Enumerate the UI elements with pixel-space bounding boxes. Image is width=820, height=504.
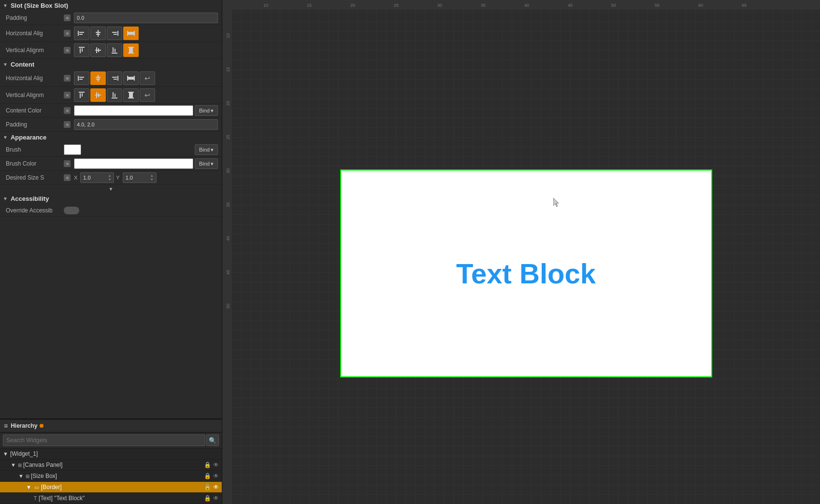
tree-item-sizebox[interactable]: ▼ ⊞ [Size Box] 🔒 👁 [0, 471, 222, 482]
content-valign-buttons: ↩ [74, 88, 155, 102]
sizebox-icons: 🔒 👁 [204, 473, 219, 479]
content-color-bind-btn[interactable]: Bind ▾ [195, 105, 218, 116]
content-valign-btn-top[interactable] [74, 88, 89, 102]
x-spin[interactable]: ▲ ▼ [108, 174, 111, 182]
tree-item-border[interactable]: ▼ ▭ [Border] 🔒 👁 [0, 482, 222, 493]
slot-padding-input[interactable] [74, 13, 218, 23]
tree-item-widget1[interactable]: ▼ [Widget_1] [0, 448, 222, 460]
content-padding-input[interactable] [74, 119, 218, 130]
canvas-panel-type-icon: ⊞ [18, 462, 22, 468]
svg-text:10: 10 [263, 3, 268, 8]
brush-color-bind-arrow: ▾ [211, 161, 214, 167]
slot-valign-label: Vertical Alignm [6, 47, 64, 54]
search-button[interactable]: 🔍 [206, 434, 219, 446]
y-value: 1.0 [126, 175, 133, 181]
brush-color-swatch[interactable] [74, 158, 193, 169]
sizebox-lock-icon[interactable]: 🔒 [204, 473, 211, 479]
svg-rect-9 [127, 31, 128, 36]
appearance-section-header[interactable]: ▼ Appearance [0, 132, 222, 143]
svg-text:65: 65 [742, 3, 747, 8]
y-input[interactable]: 1.0 ▲ ▼ [123, 172, 157, 183]
content-halign-btn-left[interactable] [74, 71, 89, 85]
tree-item-canvas-panel[interactable]: ▼ ⊞ [Canvas Panel] 🔒 👁 [0, 460, 222, 471]
brush-color-controls: ⊕ Bind ▾ [64, 158, 218, 169]
text-block-lock-icon[interactable]: 🔒 [204, 495, 211, 502]
brush-bind-btn[interactable]: Bind ▾ [195, 144, 218, 155]
x-up[interactable]: ▲ [108, 174, 111, 178]
content-padding-controls: ⊕ [64, 119, 218, 130]
svg-rect-14 [82, 48, 83, 52]
brush-color-label: Brush Color [6, 160, 64, 167]
brush-color-reset[interactable]: ⊕ [64, 160, 71, 167]
content-halign-btn-right[interactable] [107, 71, 122, 85]
slot-halign-btn-center[interactable] [90, 27, 106, 40]
content-halign-btn-fill[interactable] [123, 71, 139, 85]
sizebox-eye-icon[interactable]: 👁 [213, 473, 219, 479]
override-accessib-toggle[interactable] [64, 207, 79, 214]
brush-color-bind-btn[interactable]: Bind ▾ [195, 158, 218, 169]
content-color-bind-arrow: ▾ [211, 108, 214, 114]
content-color-swatch[interactable] [74, 105, 193, 116]
svg-rect-21 [128, 47, 134, 48]
y-down[interactable]: ▼ [150, 178, 154, 182]
content-valign-btn-bottom[interactable] [107, 88, 122, 102]
border-eye-icon[interactable]: 👁 [213, 484, 219, 490]
search-input[interactable] [3, 434, 205, 446]
text-block-eye-icon[interactable]: 👁 [213, 495, 219, 502]
content-valign-btn-fill[interactable] [123, 88, 139, 102]
ruler-left: 10 15 20 25 30 35 40 45 50 [222, 10, 232, 504]
appearance-arrow: ▼ [3, 135, 8, 140]
x-input[interactable]: 1.0 ▲ ▼ [80, 172, 114, 183]
content-valign-reset[interactable]: ⊕ [64, 92, 71, 98]
hierarchy-header: ≡ Hierarchy [0, 420, 222, 433]
content-section-header[interactable]: ▼ Content [0, 59, 222, 70]
y-up[interactable]: ▲ [150, 174, 154, 178]
svg-text:15: 15 [226, 67, 230, 72]
accessibility-section-header[interactable]: ▼ Accessibility [0, 193, 222, 204]
slot-valign-btn-fill[interactable] [123, 43, 139, 57]
content-halign-btn-center[interactable] [90, 71, 106, 85]
content-valign-btn-center[interactable] [90, 88, 106, 102]
slot-valign-btn-top[interactable] [74, 43, 89, 57]
desired-size-reset[interactable]: ⊕ [64, 174, 71, 181]
content-valign-btn-reset[interactable]: ↩ [140, 88, 155, 102]
svg-text:20: 20 [350, 3, 355, 8]
slot-halign-btn-right[interactable] [107, 27, 122, 40]
svg-text:30: 30 [437, 3, 442, 8]
svg-rect-41 [98, 93, 99, 97]
canvas-area[interactable]: Text Block [232, 10, 820, 504]
brush-swatch[interactable] [64, 144, 81, 155]
svg-rect-20 [115, 49, 115, 52]
tree-item-text-block[interactable]: T [Text] "Text Block" 🔒 👁 [0, 493, 222, 504]
content-halign-btn-reset[interactable]: ↩ [140, 71, 155, 85]
svg-rect-43 [113, 92, 114, 97]
svg-rect-5 [96, 34, 100, 35]
slot-halign-buttons [74, 27, 139, 40]
hierarchy-title: Hierarchy [11, 422, 37, 429]
content-halign-controls: ⊕ ↩ [64, 71, 218, 85]
svg-rect-13 [80, 48, 81, 53]
slot-section-header[interactable]: ▼ Slot (Size Box Slot) [0, 0, 222, 11]
content-padding-reset[interactable]: ⊕ [64, 121, 71, 128]
slot-halign-btn-fill[interactable] [123, 27, 139, 40]
desired-size-label: Desired Size S [6, 174, 64, 181]
desired-size-controls: ⊕ X 1.0 ▲ ▼ Y 1.0 ▲ [64, 172, 218, 183]
border-lock-icon[interactable]: 🔒 [204, 484, 211, 490]
hierarchy-panel: ≡ Hierarchy 🔍 ▼ [Widget_1] ▼ ⊞ [Canvas P… [0, 419, 222, 504]
slot-valign-btn-bottom[interactable] [107, 43, 122, 57]
content-halign-reset[interactable]: ⊕ [64, 75, 71, 82]
slot-padding-reset[interactable]: ⊕ [64, 14, 71, 21]
slot-title: Slot (Size Box Slot) [11, 2, 68, 9]
x-down[interactable]: ▼ [108, 178, 111, 182]
canvas-panel-collapse-icon: ▼ [11, 462, 16, 468]
y-spin[interactable]: ▲ ▼ [150, 174, 154, 182]
slot-valign-reset[interactable]: ⊕ [64, 47, 71, 54]
canvas-content: Text Block [340, 169, 712, 377]
canvas-panel-eye-icon[interactable]: 👁 [213, 462, 219, 468]
slot-valign-btn-center[interactable] [90, 43, 106, 57]
slot-halign-btn-left[interactable] [74, 27, 89, 40]
slot-halign-reset[interactable]: ⊕ [64, 30, 71, 37]
content-color-reset[interactable]: ⊕ [64, 107, 71, 114]
cursor-indicator [553, 198, 560, 209]
canvas-panel-lock-icon[interactable]: 🔒 [204, 462, 211, 468]
